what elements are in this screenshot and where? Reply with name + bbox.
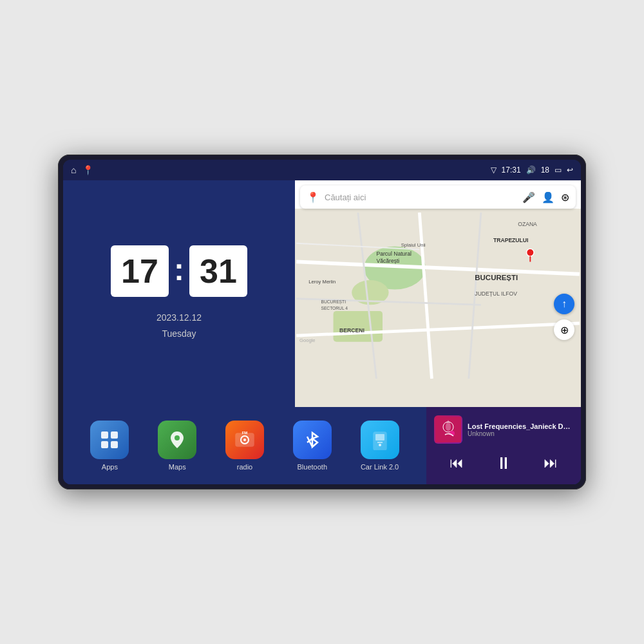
- clock-display: 17 : 31: [111, 245, 247, 297]
- map-visual[interactable]: BUCUREȘTI JUDEȚUL ILFOV BERCENI Parcul N…: [295, 213, 581, 379]
- clock-colon: :: [174, 252, 184, 287]
- car-screen-device: ⌂ 📍 ▽ 17:31 🔊 18 ▭ ↩ 17 :: [58, 155, 586, 489]
- svg-text:OZANA: OZANA: [518, 221, 537, 227]
- play-pause-button[interactable]: ⏸: [490, 451, 517, 476]
- prev-button[interactable]: ⏮: [444, 452, 469, 474]
- bluetooth-label: Bluetooth: [298, 463, 327, 471]
- clock-panel: 17 : 31 2023.12.12 Tuesday: [63, 180, 295, 407]
- bottom-section: Apps Maps: [63, 407, 581, 484]
- music-thumbnail: [434, 415, 462, 444]
- carlink-label: Car Link 2.0: [361, 463, 399, 471]
- svg-point-32: [243, 439, 246, 441]
- svg-text:FM: FM: [242, 431, 248, 435]
- battery-level: 18: [541, 166, 549, 175]
- map-svg: BUCUREȘTI JUDEȚUL ILFOV BERCENI Parcul N…: [295, 213, 581, 379]
- apps-icon: [90, 421, 129, 459]
- clock-hour: 17: [111, 245, 169, 297]
- maps-icon: [158, 421, 196, 459]
- map-layers-icon[interactable]: ⊛: [561, 191, 569, 204]
- app-icons-panel: Apps Maps: [63, 407, 426, 484]
- maps-shortcut-icon[interactable]: 📍: [82, 165, 93, 175]
- svg-text:JUDEȚUL ILFOV: JUDEȚUL ILFOV: [475, 290, 517, 297]
- map-search-placeholder[interactable]: Căutați aici: [325, 193, 517, 202]
- app-item-carlink[interactable]: Car Link 2.0: [361, 421, 399, 471]
- top-section: 17 : 31 2023.12.12 Tuesday 📍 Căutați aic…: [63, 180, 581, 407]
- svg-text:Leroy Merlin: Leroy Merlin: [308, 279, 336, 285]
- music-controls: ⏮ ⏸ ⏭: [434, 451, 573, 476]
- status-bar: ⌂ 📍 ▽ 17:31 🔊 18 ▭ ↩: [63, 160, 581, 180]
- app-item-maps[interactable]: Maps: [158, 421, 196, 471]
- back-icon[interactable]: ↩: [567, 166, 573, 175]
- map-search-right: 🎤 👤 ⊛: [522, 191, 569, 204]
- svg-rect-25: [101, 431, 108, 439]
- music-info: Lost Frequencies_Janieck Devy-... Unknow…: [434, 415, 573, 444]
- svg-rect-35: [375, 434, 384, 440]
- radio-icon: FM: [225, 421, 264, 459]
- radio-label: radio: [237, 463, 252, 471]
- svg-text:Parcul Natural: Parcul Natural: [376, 251, 412, 257]
- svg-rect-27: [101, 441, 108, 448]
- music-title: Lost Frequencies_Janieck Devy-...: [468, 422, 573, 430]
- music-artist: Unknown: [468, 430, 573, 437]
- svg-point-23: [527, 249, 534, 256]
- svg-text:BERCENI: BERCENI: [339, 327, 365, 334]
- app-item-bluetooth[interactable]: Bluetooth: [293, 421, 332, 471]
- app-item-apps[interactable]: Apps: [90, 421, 129, 471]
- map-mic-icon[interactable]: 🎤: [522, 191, 535, 204]
- time-display: 17:31: [502, 166, 521, 175]
- status-left: ⌂ 📍: [71, 165, 93, 175]
- next-button[interactable]: ⏭: [538, 452, 563, 474]
- svg-text:Văcărești: Văcărești: [376, 258, 399, 264]
- map-panel[interactable]: 📍 Căutați aici 🎤 👤 ⊛: [295, 180, 581, 407]
- music-panel: Lost Frequencies_Janieck Devy-... Unknow…: [426, 407, 581, 484]
- map-account-icon[interactable]: 👤: [542, 191, 554, 204]
- svg-point-29: [175, 435, 180, 440]
- svg-text:TRAPEZULUI: TRAPEZULUI: [493, 237, 528, 243]
- svg-text:Google: Google: [299, 337, 316, 343]
- map-search-bar[interactable]: 📍 Căutați aici 🎤 👤 ⊛: [300, 185, 576, 209]
- map-compass-icon[interactable]: ⊕: [554, 319, 574, 340]
- screen: ⌂ 📍 ▽ 17:31 🔊 18 ▭ ↩ 17 :: [63, 160, 581, 484]
- clock-minute: 31: [189, 245, 247, 297]
- maps-label: Maps: [169, 463, 186, 471]
- status-right: ▽ 17:31 🔊 18 ▭ ↩: [491, 166, 573, 175]
- volume-icon: 🔊: [526, 166, 536, 175]
- music-text: Lost Frequencies_Janieck Devy-... Unknow…: [468, 422, 573, 437]
- apps-label: Apps: [102, 463, 118, 471]
- svg-text:BUCUREȘTI: BUCUREȘTI: [321, 299, 346, 305]
- main-content: 17 : 31 2023.12.12 Tuesday 📍 Căutați aic…: [63, 180, 581, 484]
- app-item-radio[interactable]: FM radio: [225, 421, 264, 471]
- battery-icon: ▭: [554, 166, 562, 175]
- bluetooth-icon: [293, 421, 332, 459]
- svg-rect-26: [111, 431, 118, 439]
- home-icon[interactable]: ⌂: [71, 165, 76, 175]
- svg-rect-0: [296, 213, 580, 379]
- svg-rect-3: [334, 311, 383, 342]
- map-navigate-button[interactable]: ↑: [554, 294, 574, 314]
- svg-point-36: [379, 444, 381, 446]
- signal-icon: ▽: [491, 166, 497, 175]
- svg-text:BUCUREȘTI: BUCUREȘTI: [475, 274, 518, 281]
- carlink-icon: [361, 421, 399, 459]
- svg-rect-28: [111, 441, 118, 448]
- svg-text:Splaiul Unii: Splaiul Unii: [401, 242, 426, 248]
- svg-text:SECTORUL 4: SECTORUL 4: [321, 306, 348, 310]
- map-search-pin-icon: 📍: [307, 191, 319, 204]
- clock-date: 2023.12.12 Tuesday: [156, 310, 202, 342]
